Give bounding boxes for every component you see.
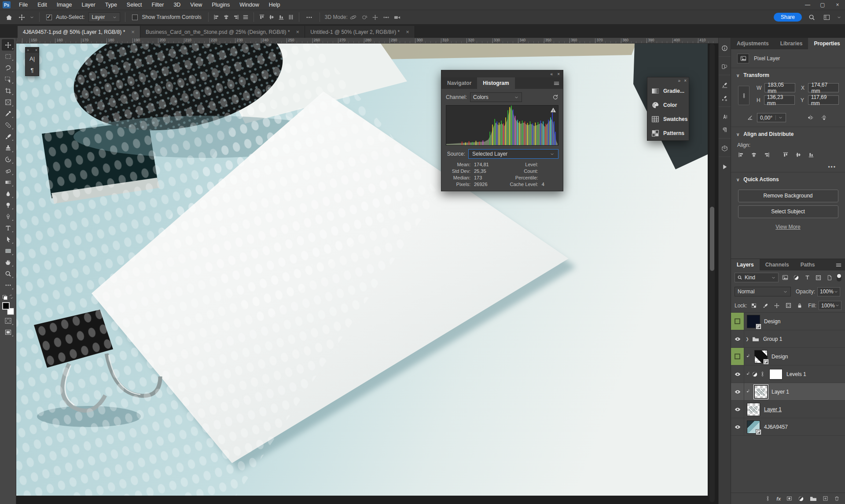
foreground-background-colors[interactable]	[2, 302, 14, 315]
gradient-tool[interactable]	[2, 176, 14, 188]
layer-row[interactable]: ❯Group 1	[731, 330, 845, 348]
menu-window[interactable]: Window	[235, 0, 264, 10]
brush-settings-panel-icon[interactable]	[721, 78, 728, 91]
layer-row[interactable]: Design	[731, 313, 845, 330]
actions-panel-icon[interactable]	[721, 160, 728, 173]
menu-help[interactable]: Help	[264, 0, 285, 10]
eye-icon[interactable]	[731, 383, 744, 400]
path-selection-tool[interactable]	[2, 234, 14, 245]
move-tool[interactable]	[2, 39, 14, 51]
delete-layer-icon[interactable]	[834, 496, 840, 501]
align-icon[interactable]	[738, 152, 744, 158]
layer-visibility-cell[interactable]	[731, 348, 744, 365]
lock-all-icon[interactable]	[795, 301, 805, 310]
distribute-icon[interactable]	[278, 14, 284, 20]
screen-mode-icon[interactable]	[2, 326, 14, 338]
tab-channels[interactable]: Channels	[760, 259, 795, 270]
remove-background-button[interactable]: Remove Background	[738, 190, 838, 202]
layer-name[interactable]: Layer 1	[764, 406, 782, 413]
transform-section-header[interactable]: ∨Transform	[731, 68, 845, 82]
roll-3d-icon[interactable]	[361, 14, 367, 21]
camera-3d-icon[interactable]	[394, 14, 400, 21]
character-panel-icon[interactable]	[721, 110, 728, 123]
scrollbar-thumb[interactable]	[710, 207, 714, 271]
hand-tool[interactable]	[2, 256, 14, 268]
more-tools[interactable]	[2, 279, 14, 291]
eye-icon[interactable]	[731, 401, 744, 418]
document-tab[interactable]: 4J6A9457-1.psd @ 50% (Layer 1, RGB/8) *×	[18, 26, 140, 38]
close-icon[interactable]: ×	[406, 29, 409, 35]
eyedropper-tool[interactable]	[2, 108, 14, 119]
layer-thumbnail[interactable]	[747, 315, 760, 328]
filter-shape-layers-icon[interactable]	[814, 273, 823, 282]
align-icon[interactable]	[783, 152, 789, 158]
expand-icon[interactable]: »	[27, 47, 29, 53]
collapse-icon[interactable]: «	[551, 72, 553, 77]
layer-name[interactable]: Design	[772, 354, 788, 360]
layer-row[interactable]: Layer 1	[731, 401, 845, 418]
menu-3d[interactable]: 3D	[169, 0, 185, 10]
share-button[interactable]: Share	[774, 13, 802, 22]
document-tab[interactable]: Business_Card_on_the_Stone.psd @ 25% (De…	[140, 26, 305, 38]
filter-pixel-layers-icon[interactable]	[781, 273, 790, 282]
layer-mask-thumbnail[interactable]	[769, 369, 783, 380]
vertical-scrollbar[interactable]	[709, 44, 715, 502]
warning-icon[interactable]	[550, 107, 556, 113]
layer-name[interactable]: 4J6A9457	[764, 424, 788, 430]
x-field[interactable]: 174,67 mm	[808, 83, 839, 92]
info-panel-icon[interactable]	[721, 41, 728, 55]
close-icon[interactable]: ×	[35, 47, 37, 53]
swap-colors-icon[interactable]	[3, 294, 14, 299]
layer-name[interactable]: Levels 1	[786, 371, 806, 377]
orbit-3d-icon[interactable]	[350, 14, 356, 21]
align-icon[interactable]	[764, 152, 770, 158]
menu-filter[interactable]: Filter	[147, 0, 169, 10]
blur-tool[interactable]	[2, 188, 14, 199]
refresh-icon[interactable]	[552, 94, 558, 100]
more-align-options[interactable]: •••	[731, 159, 845, 172]
brush-tool[interactable]	[2, 131, 14, 142]
layer-thumbnail[interactable]	[754, 385, 768, 398]
document-canvas[interactable]: »× A| ¶	[16, 44, 708, 496]
flip-vertical-icon[interactable]	[821, 114, 827, 121]
tab-libraries[interactable]: Libraries	[775, 38, 808, 49]
menu-image[interactable]: Image	[52, 0, 77, 10]
add-mask-icon[interactable]	[786, 496, 792, 501]
paragraph-panel-icon[interactable]	[721, 123, 728, 136]
chevron-down-icon[interactable]	[836, 12, 841, 22]
panel-menu-icon[interactable]	[835, 262, 842, 268]
new-adjustment-layer-icon[interactable]	[798, 496, 804, 502]
3d-panel-icon[interactable]	[721, 142, 728, 155]
distribute-icon[interactable]	[268, 14, 275, 20]
layer-filter-dropdown[interactable]: Kind	[735, 273, 779, 282]
flip-horizontal-icon[interactable]	[807, 114, 814, 121]
layer-name[interactable]: Layer 1	[772, 389, 789, 395]
link-layers-icon[interactable]	[765, 496, 771, 501]
eye-icon[interactable]	[731, 418, 744, 435]
layer-row[interactable]: Design	[731, 348, 845, 365]
tab-properties[interactable]: Properties	[808, 38, 845, 49]
ruler[interactable]: 1501601701801902002102202302402502602702…	[16, 38, 718, 44]
tab-navigator[interactable]: Navigator	[441, 77, 477, 89]
height-field[interactable]: 136,23 mm	[764, 95, 795, 105]
lock-transparency-icon[interactable]	[749, 301, 759, 310]
clone-stamp-tool[interactable]	[2, 142, 14, 153]
filter-smart-objects-icon[interactable]	[825, 273, 834, 282]
object-selection-tool[interactable]	[2, 73, 14, 85]
pan-3d-icon[interactable]	[372, 14, 378, 21]
layer-effects-icon[interactable]: fx	[776, 496, 781, 501]
layer-row[interactable]: 4J6A9457	[731, 418, 845, 436]
paragraph-panel-icon[interactable]: ¶	[26, 64, 39, 76]
document-tab[interactable]: Untitled-1 @ 50% (Layer 2, RGB/8#) *×	[305, 26, 415, 38]
menu-select[interactable]: Select	[122, 0, 147, 10]
menu-view[interactable]: View	[185, 0, 207, 10]
type-tool[interactable]	[2, 222, 14, 234]
rotation-field[interactable]: 0,00°	[757, 113, 786, 122]
eye-icon[interactable]	[731, 330, 744, 347]
filter-toggle[interactable]	[837, 274, 841, 281]
fill-field[interactable]: 100%	[819, 301, 841, 310]
layer-name[interactable]: Design	[764, 318, 780, 325]
blend-mode-dropdown[interactable]: Normal	[735, 287, 791, 296]
search-icon[interactable]	[806, 12, 817, 22]
filter-adjustment-layers-icon[interactable]	[792, 273, 801, 282]
